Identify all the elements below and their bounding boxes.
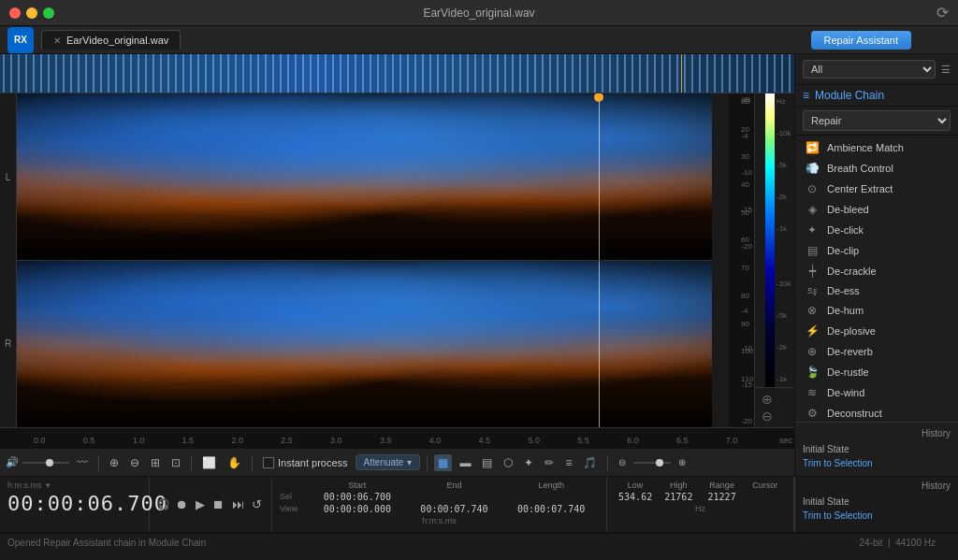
traffic-lights [9, 7, 54, 19]
right-scales: dB 20 30 40 50 60 70 80 90 100 110 [738, 93, 794, 427]
menu-icon[interactable]: ☰ [941, 64, 951, 76]
high-header: High [658, 481, 699, 490]
zoom-out-small[interactable]: ⊖ [615, 455, 630, 469]
zoom-out-icon[interactable]: ⊖ [762, 409, 773, 424]
module-item-de-clip[interactable]: ▤ De-clip [795, 240, 958, 261]
time-format-chevron[interactable]: ▾ [46, 481, 51, 490]
history-right-trim[interactable]: Trim to Selection [803, 509, 951, 523]
bottom-toolbar: 🔊 〰 ⊕ ⊖ ⊞ ⊡ ⬜ ✋ Instant process [0, 448, 794, 476]
tab-close-icon[interactable]: ✕ [53, 36, 61, 46]
history-item-trim[interactable]: Trim to Selection [803, 456, 951, 470]
bit-depth: 24-bit [859, 538, 882, 548]
file-tab[interactable]: ✕ EarVideo_original.wav [41, 30, 181, 50]
magic-wand-button[interactable]: ✦ [520, 454, 537, 471]
overview-bar[interactable]: ✕ ✕ [0, 54, 794, 93]
attenuate-button[interactable]: Attenuate ▾ [356, 454, 421, 470]
skip-forward-button[interactable]: ⏭ [230, 495, 246, 513]
tab-bar: RX ✕ EarVideo_original.wav Repair Assist… [0, 26, 958, 54]
view-length-value: 00:00:07.740 [503, 504, 599, 514]
time-unit-label: h:m:s.ms [280, 516, 599, 525]
select-tool-button[interactable]: ⬜ [198, 454, 220, 471]
close-button[interactable] [9, 7, 21, 19]
sep3 [252, 455, 253, 470]
de-click-icon: ✦ [805, 223, 820, 237]
settings-icon[interactable]: ⟳ [936, 4, 949, 22]
loop-button[interactable]: ↺ [250, 495, 264, 513]
zoom-fit-button[interactable]: ⊞ [147, 454, 164, 471]
view-row: View 00:00:00.000 00:00:07.740 00:00:07.… [280, 504, 599, 514]
zoom-100-button[interactable]: ⊡ [167, 454, 184, 471]
harmonic-tool-button[interactable]: ≡ [561, 454, 575, 471]
zoom-in-icon[interactable]: ⊕ [762, 392, 773, 407]
stop-button[interactable]: ⏹ [210, 495, 226, 513]
freq-hz-labels: Hz -10k -5k -2k -1k -10k -5k -2k -1k [775, 93, 793, 387]
overview-channel-top [0, 54, 794, 74]
module-item-de-ess[interactable]: 5ȿ De-ess [795, 281, 958, 300]
overview-channel-bottom [0, 74, 794, 93]
minimize-button[interactable] [26, 7, 37, 19]
selection-info: Start End Length Sel 00:00:06.700 View 0… [272, 477, 607, 532]
play-button[interactable]: ▶ [194, 495, 207, 513]
module-item-de-crackle[interactable]: ┿ De-crackle [795, 261, 958, 281]
record-button[interactable]: ⏺ [174, 495, 190, 513]
module-chain-header: ≡ Module Chain [795, 85, 958, 107]
time-format: h:m:s.ms ▾ [7, 481, 141, 490]
module-item-ambience-match[interactable]: 🔁 Ambience Match [795, 137, 958, 158]
module-item-center-extract[interactable]: ⊙ Center Extract [795, 179, 958, 199]
filter-row: All ☰ [795, 54, 958, 85]
time-marker-15: 1.5 [182, 436, 195, 445]
instant-process-label: Instant process [278, 457, 348, 468]
module-item-de-hum[interactable]: ⊗ De-hum [795, 300, 958, 321]
zoom-in-button[interactable]: ⊕ [106, 454, 123, 471]
time-marker-40: 4.0 [429, 436, 442, 445]
module-item-de-plosive[interactable]: ⚡ De-plosive [795, 321, 958, 341]
view-start-value: 00:00:00.000 [310, 504, 405, 514]
pitch-tool-button[interactable]: 🎵 [579, 454, 601, 471]
status-message: Opened Repair Assistant chain in Module … [7, 538, 206, 548]
module-item-de-reverb[interactable]: ⊕ De-reverb [795, 341, 958, 362]
module-item-de-click[interactable]: ✦ De-click [795, 220, 958, 240]
end-header: End [407, 481, 502, 490]
spectrogram-view[interactable]: L R [0, 93, 794, 427]
repair-category-select[interactable]: Repair Restore Ambience Mix [803, 110, 951, 131]
channel-r-spectrogram[interactable] [17, 261, 712, 427]
filter-select[interactable]: All [803, 60, 936, 79]
hand-tool-button[interactable]: ✋ [224, 454, 245, 471]
channel-l-spectrogram[interactable] [17, 93, 712, 260]
sep4 [427, 455, 428, 470]
headphones-icon[interactable]: 🎧 [157, 498, 170, 510]
module-item-deconstruct[interactable]: ⚙ Deconstruct [795, 403, 958, 422]
module-item-de-rustle[interactable]: 🍃 De-rustle [795, 362, 958, 382]
maximize-button[interactable] [43, 7, 54, 19]
history-item-initial[interactable]: Initial State [803, 442, 951, 456]
time-marker-10: 1.0 [133, 436, 145, 445]
module-item-de-wind[interactable]: ≋ De-wind [795, 382, 958, 403]
sample-info: 24-bit | 44100 Hz [859, 538, 936, 548]
view-waveform-button[interactable]: ▬ [456, 454, 474, 471]
time-marker-60: 6.0 [627, 436, 639, 445]
history-right-initial[interactable]: Initial State [803, 495, 951, 509]
time-value: 00:00:06.700 [7, 492, 141, 515]
zoom-in-small[interactable]: ⊕ [675, 455, 689, 469]
lasso-tool-button[interactable]: ⬡ [500, 454, 516, 471]
main-area: ✕ ✕ L R [0, 54, 958, 476]
volume-slider[interactable] [22, 462, 69, 464]
view-both-button[interactable]: ▤ [478, 454, 496, 471]
waveform-icon[interactable]: 〰 [73, 454, 92, 471]
pencil-tool-button[interactable]: ✏ [541, 454, 558, 471]
deconstruct-icon: ⚙ [805, 407, 820, 420]
zoom-slider[interactable]: ⊖ ⊕ [615, 455, 689, 469]
de-clip-icon: ▤ [805, 244, 820, 257]
view-spectrogram-button[interactable]: ▦ [434, 454, 452, 471]
playhead-line-l [599, 93, 600, 260]
time-marker-30: 3.0 [330, 436, 342, 445]
module-item-de-bleed[interactable]: ◈ De-bleed [795, 199, 958, 220]
range-header: Range [702, 481, 743, 490]
repair-assistant-button[interactable]: Repair Assistant [811, 31, 911, 50]
volume-icon: 🔊 [6, 456, 19, 468]
instant-process-checkbox[interactable] [263, 457, 274, 468]
module-item-breath-control[interactable]: 💨 Breath Control [795, 158, 958, 179]
breath-control-icon: 💨 [805, 162, 820, 175]
zoom-out-button[interactable]: ⊖ [126, 454, 143, 471]
repair-select-row: Repair Restore Ambience Mix [795, 107, 958, 136]
